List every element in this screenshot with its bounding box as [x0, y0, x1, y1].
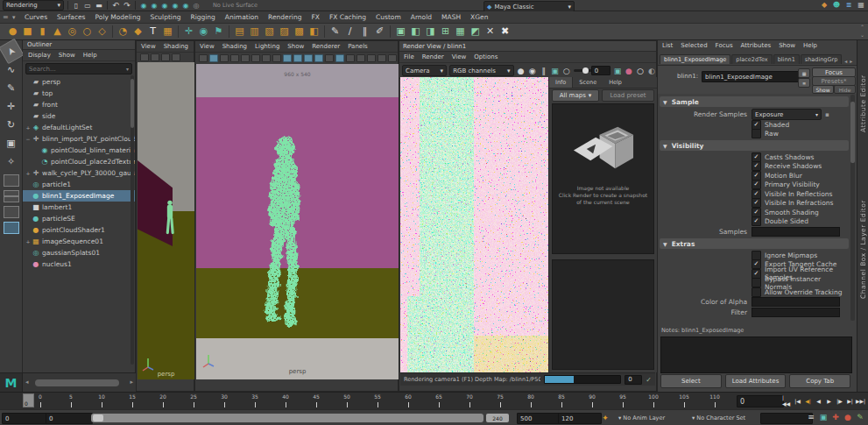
scroll-left-icon[interactable]: ◂ — [25, 379, 29, 386]
checkbox[interactable]: ✓ — [752, 161, 761, 171]
checkbox[interactable]: ✓ — [752, 259, 761, 269]
side-view-menu-view[interactable]: View — [141, 43, 156, 50]
rendered-noise-image[interactable] — [400, 77, 549, 372]
nurbs-torus-icon[interactable]: ◎ — [65, 25, 80, 39]
layout-two-pane-layout[interactable] — [4, 206, 19, 218]
node-name-field[interactable]: blinn1_ExposedImage — [702, 71, 801, 82]
ae-tab-1[interactable]: place2dTex — [731, 54, 772, 64]
snap-projected-center-icon[interactable]: ◉ — [171, 2, 180, 10]
viewport-toggle-icon-14[interactable] — [346, 54, 355, 62]
expand-toggle-icon[interactable]: − — [25, 136, 32, 142]
ae-menu-help[interactable]: Help — [803, 42, 817, 49]
shelf-tab-arnold[interactable]: Arnold — [411, 13, 432, 21]
ae-tab-0[interactable]: blinn1_ExposedImage — [660, 54, 730, 64]
search-input[interactable] — [29, 66, 116, 73]
persp-view-menu-view[interactable]: View — [200, 43, 215, 50]
nurbs-cylinder-icon[interactable]: ▮ — [35, 25, 50, 39]
show-button[interactable]: Show — [812, 85, 834, 94]
go-to-start-button[interactable]: |◀◀ — [782, 394, 792, 407]
side-view-toggle-icon-2[interactable] — [161, 53, 170, 61]
viewport-toggle-icon-18[interactable] — [388, 54, 397, 62]
step-back-key-button[interactable]: ◀| — [803, 394, 813, 407]
shelf-tab-surfaces[interactable]: Surfaces — [57, 13, 85, 21]
outliner-menu-display[interactable]: Display — [28, 52, 51, 59]
playback-speed-field[interactable] — [760, 413, 813, 424]
side-view-toggle-icon-3[interactable] — [172, 53, 180, 61]
shelf-tab-fxcaching[interactable]: FX Caching — [329, 13, 366, 21]
layout-single-pane-layout[interactable] — [4, 174, 19, 187]
shelf-tab-rendering[interactable]: Rendering — [268, 13, 301, 21]
attribute-field[interactable] — [752, 308, 840, 317]
outliner-hscrollbar[interactable]: ◂ ▸ — [23, 372, 136, 392]
stack-layout-icon[interactable]: ▩ — [292, 25, 307, 39]
viewport-toggle-icon-12[interactable] — [325, 54, 334, 62]
shelf-tab-custom[interactable]: Custom — [376, 13, 401, 21]
stitch-tool-icon[interactable]: ✐ — [372, 25, 387, 39]
snap-grid-icon[interactable]: ◉ — [139, 2, 148, 10]
redo-icon[interactable]: ↷ — [123, 1, 131, 10]
key-red-icon[interactable]: ✚ — [831, 413, 840, 421]
hide-button[interactable]: Hide — [834, 85, 856, 94]
viewport-toggle-icon-0[interactable] — [199, 54, 208, 62]
expand-toggle-icon[interactable]: + — [25, 170, 32, 176]
outliner-item-pointCloud_place2dTexture[interactable]: ◔pointCloud_place2dTexture — [23, 156, 135, 167]
shelf-tab-curves[interactable]: Curves — [25, 13, 47, 21]
outliner-item-defaultLightSet[interactable]: +◈defaultLightSet — [23, 122, 135, 133]
rotate-tool[interactable]: ↻ — [2, 116, 21, 134]
checkbox[interactable] — [752, 251, 761, 260]
point-cloud-figure[interactable] — [249, 134, 319, 334]
shelf-tab-animation[interactable]: Animation — [225, 13, 258, 21]
checkbox[interactable] — [752, 129, 761, 138]
rgb-channel-icon[interactable]: ● — [625, 67, 633, 75]
outliner-item-particleSE[interactable]: ●particleSE — [23, 213, 135, 224]
range-start-handle[interactable] — [93, 414, 103, 421]
layer-stack-icon[interactable]: ≣ — [844, 1, 853, 9]
checkbox[interactable]: ✓ — [752, 120, 761, 130]
persp-viewport-canvas[interactable]: 960 x 540 — [196, 64, 399, 379]
type-frame-icon[interactable]: ▦ — [160, 25, 175, 39]
nurbs-circle-icon[interactable]: ○ — [80, 25, 95, 39]
open-scene-icon[interactable]: ▭ — [83, 2, 92, 10]
menu-square-button[interactable]: ▪ — [825, 111, 829, 118]
shelf-scroll-down-icon[interactable]: ⌄ — [860, 32, 864, 38]
outliner-menu-help[interactable]: Help — [83, 52, 97, 59]
viewport-toggle-icon-10[interactable] — [304, 54, 313, 62]
checkbox[interactable]: ✓ — [752, 189, 761, 199]
checkbox[interactable]: ✓ — [752, 152, 761, 162]
nurbs-square-icon[interactable]: ◇ — [95, 25, 109, 39]
snap-view-plane-icon[interactable]: ◉ — [181, 2, 190, 10]
attribute-dropdown[interactable]: Exposure▾ — [752, 109, 822, 120]
last-tool[interactable]: ✧ — [2, 152, 21, 171]
search-field[interactable]: ▾ — [25, 63, 132, 74]
camera-aim-icon[interactable]: ⚑ — [211, 25, 226, 39]
step-forward-key-button[interactable]: |▶ — [835, 394, 844, 407]
record-icon[interactable]: ● — [843, 413, 852, 421]
browser-tab-help[interactable]: Help — [603, 77, 628, 88]
outliner-item-lambert1[interactable]: ■lambert1 — [23, 202, 135, 213]
ipr-render-icon[interactable]: ◉ — [528, 67, 537, 75]
save-scene-icon[interactable]: ▬ — [95, 2, 103, 10]
display-channel-dropdown[interactable]: RGB channels▾ — [449, 65, 514, 76]
checkbox[interactable]: ✓ — [752, 198, 761, 208]
ae-tab-2[interactable]: blinn1 — [773, 54, 800, 64]
expand-toggle-icon[interactable]: + — [25, 238, 32, 244]
render-icon[interactable]: ● — [517, 67, 526, 75]
side-view-toggle-icon-1[interactable] — [151, 53, 159, 61]
poly-cube-icon[interactable]: ▣ — [393, 25, 408, 39]
nurbs-sphere-icon[interactable]: ● — [5, 25, 20, 39]
shelf-tab-polymodeling[interactable]: Poly Modeling — [95, 13, 141, 21]
exposure-icon[interactable]: ◐ — [647, 67, 656, 75]
ae-tab-scroll-icon-0[interactable]: ◂ — [844, 58, 847, 64]
expand-toggle-icon[interactable]: + — [25, 124, 32, 131]
grid-display-icon[interactable]: ▦ — [857, 1, 865, 9]
ae-tab-3[interactable]: shadingGrp — [801, 54, 843, 64]
pencil-curve-icon[interactable]: ✎ — [328, 25, 342, 39]
move-tool[interactable]: ✛ — [2, 97, 21, 116]
character-icon[interactable]: ☻ — [832, 1, 841, 9]
new-scene-icon[interactable]: ▯ — [72, 2, 81, 10]
swatch-icon-button[interactable]: ▦ — [798, 68, 810, 78]
current-time-field[interactable]: 0 — [737, 395, 784, 407]
camera-dropdown[interactable]: Camera▾ — [402, 65, 447, 76]
scroll-right-icon[interactable]: ▸ — [130, 379, 133, 386]
viewport-toggle-icon-13[interactable] — [335, 54, 344, 62]
